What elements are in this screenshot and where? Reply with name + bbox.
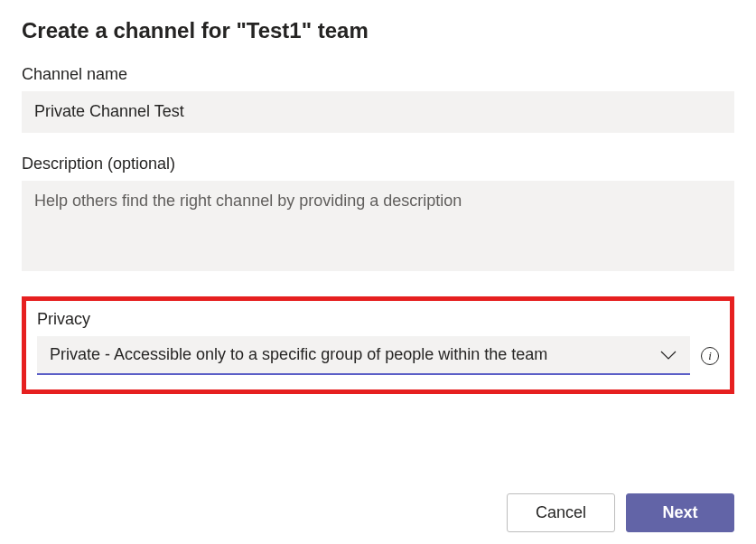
channel-name-input[interactable] bbox=[22, 91, 734, 133]
privacy-selected-value: Private - Accessible only to a specific … bbox=[50, 345, 547, 364]
privacy-dropdown[interactable]: Private - Accessible only to a specific … bbox=[37, 336, 690, 375]
next-button[interactable]: Next bbox=[626, 493, 734, 532]
description-label: Description (optional) bbox=[22, 155, 734, 174]
cancel-button[interactable]: Cancel bbox=[507, 493, 615, 532]
description-input[interactable] bbox=[22, 181, 734, 271]
button-row: Cancel Next bbox=[22, 493, 734, 532]
privacy-section: Privacy Private - Accessible only to a s… bbox=[22, 296, 734, 394]
info-icon[interactable]: i bbox=[701, 347, 719, 365]
chevron-down-icon bbox=[659, 349, 677, 361]
description-group: Description (optional) bbox=[22, 155, 734, 275]
privacy-label: Privacy bbox=[37, 310, 719, 329]
channel-name-label: Channel name bbox=[22, 65, 734, 84]
dialog-title: Create a channel for "Test1" team bbox=[22, 18, 734, 43]
privacy-row: Private - Accessible only to a specific … bbox=[37, 336, 719, 375]
channel-name-group: Channel name bbox=[22, 65, 734, 133]
